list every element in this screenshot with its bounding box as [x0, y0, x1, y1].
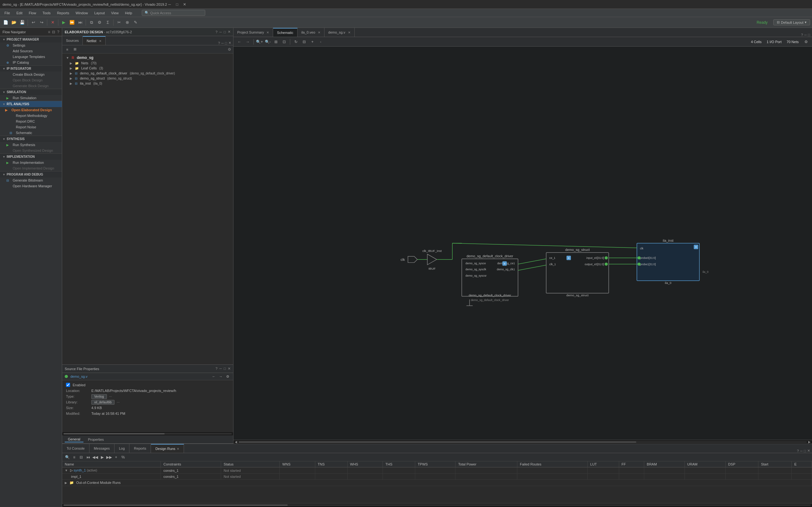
netlist-float-icon[interactable]: □	[225, 41, 227, 45]
file-nav-prev-icon[interactable]: ←	[211, 374, 217, 379]
nav-item-run-implementation[interactable]: ▶ Run Implementation	[0, 160, 62, 165]
menu-tools[interactable]: Tools	[39, 10, 54, 15]
dr-row-ooc[interactable]: ▶ 📁 Out-of-Context Module Runs	[62, 480, 812, 486]
netlist-help-icon[interactable]: ?	[218, 41, 220, 45]
schematic-canvas[interactable]: clk IBUF clk_IBUF_inst	[234, 47, 812, 440]
dr-row-impl1[interactable]: impl_1 constrs_1 Not started	[62, 474, 812, 480]
library-tag[interactable]: xil_defaultlib	[91, 400, 114, 405]
bot-close-icon[interactable]: ✕	[807, 449, 810, 453]
nav-icon-3[interactable]: ?	[57, 30, 59, 34]
nav-section-synthesis-header[interactable]: ▼ SYNTHESIS	[0, 135, 62, 142]
nav-item-report-noise[interactable]: Report Noise	[0, 124, 62, 130]
copy-button[interactable]: ⧉	[88, 19, 95, 26]
menu-edit[interactable]: Edit	[13, 10, 26, 15]
netlist-close-icon[interactable]: ✕	[229, 41, 231, 45]
dr-first-btn[interactable]: ⏮	[85, 454, 91, 460]
save-button[interactable]: 💾	[18, 19, 26, 26]
ooc-expand-icon[interactable]: ▶	[65, 481, 67, 485]
tab-netlist[interactable]: Netlist ✕	[83, 36, 106, 45]
src-props-help-icon[interactable]: ?	[215, 367, 217, 371]
netlist-item-clock-driver[interactable]: ▶ ⊟ demo_sg_default_clock_driver (demo_s…	[62, 71, 233, 76]
src-props-scroll-thumb[interactable]	[63, 433, 165, 435]
nav-item-open-block-design[interactable]: Open Block Design	[0, 77, 62, 83]
nav-item-schematic[interactable]: ⊟ Schematic	[0, 130, 62, 135]
step2-button[interactable]: ⏭	[77, 19, 84, 26]
nav-item-run-simulation[interactable]: ▶ Run Simulation	[0, 95, 62, 101]
sch-scroll-left-icon[interactable]: ◀	[235, 440, 237, 444]
netlist-filter-btn[interactable]: ≡	[64, 46, 70, 53]
sch-tab-project-summary-close-icon[interactable]: ✕	[266, 31, 269, 34]
nav-item-report-methodology[interactable]: Report Methodology	[0, 113, 62, 118]
dr-next-btn[interactable]: ▶▶	[106, 454, 112, 460]
netlist-item-nets[interactable]: ▶ 📁 Nets (70)	[62, 60, 233, 66]
dr-prev-btn[interactable]: ◀◀	[92, 454, 98, 460]
nav-item-generate-bitstream[interactable]: ⊟ Generate Bitstream	[0, 177, 62, 183]
menu-layout[interactable]: Layout	[91, 10, 108, 15]
props-tab-general[interactable]: General	[65, 437, 84, 442]
nav-item-open-synthesized-design[interactable]: Open Synthesized Design	[0, 148, 62, 153]
props-tab-properties[interactable]: Properties	[85, 437, 107, 442]
sch-forward-btn[interactable]: →	[244, 38, 251, 45]
run-button[interactable]: ▶	[60, 19, 67, 26]
nav-item-add-sources[interactable]: Add Sources	[0, 48, 62, 54]
maximize-button[interactable]: □	[174, 2, 180, 7]
type-more-btn[interactable]: ···	[109, 395, 112, 398]
sch-zoom-reset-btn[interactable]: ⊟	[301, 38, 308, 45]
edit-button[interactable]: ✎	[132, 19, 139, 26]
menu-flow[interactable]: Flow	[26, 10, 39, 15]
netlist-expand-btn[interactable]: ⊞	[72, 46, 78, 53]
elab-close-icon[interactable]: ✕	[228, 30, 231, 34]
sch-refresh-btn[interactable]: ↻	[293, 38, 299, 45]
dr-add-btn[interactable]: +	[113, 454, 119, 460]
bot-tab-design-runs-close-icon[interactable]: ✕	[177, 447, 179, 451]
nav-item-open-implemented-design[interactable]: Open Implemented Design	[0, 165, 62, 171]
nav-icon-2[interactable]: ⊟	[52, 30, 55, 34]
nav-icon-1[interactable]: ≡	[48, 30, 50, 34]
bot-tab-tcl[interactable]: Tcl Console	[62, 444, 90, 453]
nav-section-implementation-header[interactable]: ▼ IMPLEMENTATION	[0, 153, 62, 160]
bot-float-icon[interactable]: □	[804, 449, 806, 453]
nav-item-open-hardware-manager[interactable]: Open Hardware Manager	[0, 183, 62, 189]
menu-help[interactable]: Help	[122, 10, 136, 15]
menu-file[interactable]: File	[1, 10, 13, 15]
sch-tab-demo-sg-v-close-icon[interactable]: ✕	[348, 31, 351, 34]
nav-section-simulation-header[interactable]: ▼ SIMULATION	[0, 89, 62, 95]
cut-button[interactable]: ✂	[115, 19, 123, 26]
dr-run-btn[interactable]: ▶	[99, 454, 105, 460]
netlist-minimize-icon[interactable]: ─	[221, 41, 224, 45]
sch-fit-btn[interactable]: ⊞	[272, 38, 280, 45]
nav-section-program-debug-header[interactable]: ▼ PROGRAM AND DEBUG	[0, 171, 62, 177]
nav-item-create-block-design[interactable]: Create Block Design	[0, 72, 62, 77]
step-button[interactable]: ⏩	[68, 19, 76, 26]
sch-settings-btn[interactable]: ⚙	[803, 38, 809, 45]
sch-tab-minimize-icon[interactable]: ─	[804, 33, 807, 37]
dr-percent-btn[interactable]: %	[120, 454, 126, 460]
nav-item-ip-catalog[interactable]: ⊕ IP Catalog	[0, 60, 62, 65]
stop-button[interactable]: ✕	[49, 19, 56, 26]
file-nav-settings-icon[interactable]: ⚙	[225, 374, 231, 379]
redo-button[interactable]: ↪	[38, 19, 45, 26]
bot-help-icon[interactable]: ?	[797, 449, 799, 453]
close-button[interactable]: ✕	[182, 2, 187, 7]
nav-item-report-drc[interactable]: Report DRC	[0, 118, 62, 124]
sch-back-btn[interactable]: ←	[236, 38, 243, 45]
synth1-expand-icon[interactable]: ▼	[65, 469, 68, 472]
delete-button[interactable]: ⊗	[123, 19, 131, 26]
nav-section-ip-integrator-header[interactable]: ▼ IP INTEGRATOR	[0, 65, 62, 72]
nav-item-open-elaborated-design[interactable]: ▶ Open Elaborated Design	[0, 107, 62, 113]
sch-tab-help-icon[interactable]: ?	[801, 33, 803, 37]
dr-collapse-btn[interactable]: ⊟	[78, 454, 84, 460]
file-nav-next-icon[interactable]: →	[218, 374, 223, 379]
dr-row-synth1[interactable]: ▼ ▷ synth_1 (active) constrs_1 Not start…	[62, 467, 812, 474]
bot-tab-design-runs[interactable]: Design Runs ✕	[151, 444, 184, 453]
dr-search-btn[interactable]: 🔍	[64, 454, 70, 460]
undo-button[interactable]: ↩	[30, 19, 37, 26]
bot-minimize-icon[interactable]: ─	[800, 449, 803, 453]
sch-tab-ila-veo[interactable]: ila_0.veo ✕	[298, 28, 324, 37]
sch-minus-btn[interactable]: -	[317, 38, 324, 45]
netlist-item-ila-inst[interactable]: ▶ ⊟ ila_inst (ila_0)	[62, 81, 233, 86]
src-props-close-icon[interactable]: ✕	[228, 367, 231, 371]
tab-sources[interactable]: Sources	[62, 36, 83, 45]
sch-tab-project-summary[interactable]: Project Summary ✕	[234, 28, 273, 37]
new-button[interactable]: 📄	[2, 19, 9, 26]
